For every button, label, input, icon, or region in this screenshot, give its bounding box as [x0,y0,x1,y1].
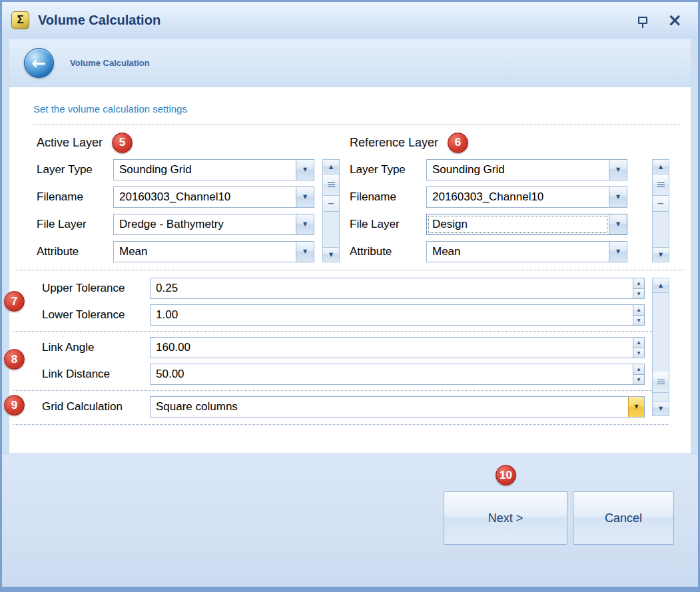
close-icon[interactable]: × [667,11,682,29]
spin-down-button[interactable]: ▼ [633,289,644,299]
grip-icon [328,182,335,187]
scroll-thumb[interactable] [653,174,669,196]
link-distance-input[interactable]: 50.00 ▲ ▼ [150,364,645,385]
scroll-thumb[interactable] [323,174,339,196]
scroll-up-button[interactable]: ▲ [653,278,669,293]
back-button[interactable]: ← [24,48,54,78]
link-angle-input[interactable]: 160.00 ▲ ▼ [150,337,645,358]
combo-value[interactable]: 20160303_Channel10 [114,187,296,207]
combo-value[interactable]: 20160303_Channel10 [427,187,609,207]
spinner-buttons: ▲ ▼ [633,338,644,358]
scroll-track[interactable] [323,212,339,247]
arrow-up-icon: ▲ [637,340,641,344]
input-value[interactable]: 1.00 [151,305,633,325]
combo-value[interactable]: Sounding Grid [114,160,296,180]
arrow-down-icon: ▼ [329,252,333,258]
active-layer-type-row: Layer Type Sounding Grid ▼ [37,159,314,180]
back-arrow-icon: ← [32,53,47,73]
scroll-thumb[interactable] [653,372,669,393]
spin-up-button[interactable]: ▲ [633,338,644,348]
scroll-down-button[interactable]: ▼ [323,247,339,262]
spin-up-button[interactable]: ▲ [633,278,644,289]
arrow-up-icon: ▲ [659,283,663,288]
grid-calculation-combo[interactable]: Square columns ▼ [150,396,645,418]
pin-icon[interactable] [638,17,647,24]
scroll-track[interactable] [653,212,669,247]
reference-layer-type-combo[interactable]: Sounding Grid ▼ [426,159,627,180]
combo-value[interactable]: Mean [427,242,609,262]
wizard-content: Set the volume calculation settings Acti… [9,87,691,453]
step-badge-9: 9 [4,395,25,416]
step-badge-8: 8 [4,349,25,370]
wizard-page: ← Volume Calculation Set the volume calc… [9,39,691,453]
chevron-down-icon: ▼ [303,167,307,172]
field-label: Layer Type [37,163,113,176]
spinner-buttons: ▲ ▼ [633,278,644,298]
chevron-down-icon: ▼ [634,404,638,410]
reference-filename-combo[interactable]: 20160303_Channel10 ▼ [426,186,627,208]
reference-layer-title: Reference Layer [350,136,438,150]
spin-up-button[interactable]: ▲ [633,305,644,316]
lower-tolerance-row: Lower Tolerance 1.00 ▲ ▼ [42,304,645,326]
scroll-up-button[interactable]: ▲ [323,160,339,174]
scroll-track[interactable] [653,393,669,401]
chevron-down-icon: ▼ [303,222,307,227]
combo-value[interactable]: Square columns [151,397,628,417]
dropdown-button[interactable]: ▼ [609,187,627,207]
field-label: Lower Tolerance [42,308,150,322]
spin-down-button[interactable]: ▼ [633,316,644,326]
active-layer-header: Active Layer 5 [37,131,314,154]
reference-file-layer-row: File Layer Design ▼ [350,214,627,235]
input-value[interactable]: 0.25 [151,278,633,298]
spin-down-button[interactable]: ▼ [633,348,644,358]
separator [13,424,669,425]
dropdown-button[interactable]: ▼ [609,242,627,262]
dropdown-button[interactable]: ▼ [296,187,314,207]
reference-layer-scrollbar[interactable]: ▲ − ▼ [652,159,669,262]
arrow-down-icon: ▼ [637,318,641,322]
reference-attribute-combo[interactable]: Mean ▼ [426,241,627,262]
dropdown-button[interactable]: ▼ [296,242,314,262]
arrow-up-icon: ▲ [659,164,663,170]
spin-up-button[interactable]: ▲ [633,364,644,375]
dropdown-button[interactable]: ▼ [609,160,627,180]
combo-value[interactable]: Design [427,214,609,234]
dropdown-button[interactable]: ▼ [628,397,644,417]
chevron-down-icon: ▼ [303,194,307,200]
scroll-track[interactable] [653,293,669,372]
scroll-down-button[interactable]: ▼ [653,247,669,262]
separator [33,125,680,125]
scroll-down-button[interactable]: ▼ [653,401,669,416]
combo-value[interactable]: Mean [114,242,296,262]
combo-value[interactable]: Sounding Grid [427,160,609,180]
active-file-layer-combo[interactable]: Dredge - Bathymetry ▼ [113,214,314,235]
spin-down-button[interactable]: ▼ [633,375,644,385]
lower-tolerance-input[interactable]: 1.00 ▲ ▼ [150,304,645,326]
arrow-down-icon: ▼ [637,292,641,296]
arrow-down-icon: ▼ [637,378,641,382]
dropdown-button[interactable]: ▼ [609,214,627,234]
input-value[interactable]: 50.00 [151,364,633,384]
arrow-down-icon: ▼ [637,351,641,355]
active-attribute-combo[interactable]: Mean ▼ [113,241,314,262]
next-button[interactable]: Next > [444,491,567,545]
combo-value[interactable]: Dredge - Bathymetry [114,214,296,234]
upper-tolerance-input[interactable]: 0.25 ▲ ▼ [150,278,645,299]
cancel-button[interactable]: Cancel [573,491,674,545]
input-value[interactable]: 160.00 [151,338,633,358]
active-filename-combo[interactable]: 20160303_Channel10 ▼ [113,186,314,208]
grip-icon [657,182,665,187]
active-layer-type-combo[interactable]: Sounding Grid ▼ [113,159,314,180]
dropdown-button[interactable]: ▼ [296,214,314,234]
active-layer-scrollbar[interactable]: ▲ − ▼ [322,159,340,262]
arrow-down-icon: ▼ [659,406,663,412]
parameters-scrollbar[interactable]: ▲ ▼ [652,278,669,416]
grip-icon [657,380,665,384]
reference-filename-row: Filename 20160303_Channel10 ▼ [350,186,627,208]
scroll-up-button[interactable]: ▲ [653,160,669,174]
field-label: Layer Type [350,163,426,176]
scroll-collapse-button[interactable]: − [323,196,339,212]
scroll-collapse-button[interactable]: − [653,196,669,212]
dropdown-button[interactable]: ▼ [296,160,314,180]
reference-file-layer-combo[interactable]: Design ▼ [426,214,627,235]
